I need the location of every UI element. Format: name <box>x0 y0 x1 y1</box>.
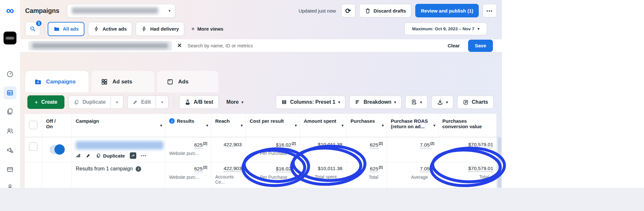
edit-dropdown[interactable]: ▾ <box>156 96 168 109</box>
purchases-value[interactable]: 625 <box>370 142 378 149</box>
summary-reach-value[interactable]: 422,903 <box>224 166 242 172</box>
cost-value[interactable]: $16.02 <box>276 142 291 149</box>
select-all-checkbox[interactable] <box>29 121 37 129</box>
roas-value[interactable]: 7.05 <box>420 142 430 149</box>
remove-filter-icon[interactable]: ✕ <box>177 42 182 49</box>
duplicate-dropdown[interactable]: ▾ <box>111 96 123 109</box>
chevron-down-icon[interactable]: ▾ <box>206 124 208 127</box>
blurred-account-name <box>72 7 158 14</box>
duplicate-button[interactable]: Duplicate <box>69 96 111 109</box>
column-header-amount-spent[interactable]: Amount spent ▾ <box>300 114 347 137</box>
more-actions-button[interactable]: More ▾ <box>223 99 247 105</box>
info-icon[interactable]: i <box>169 118 175 124</box>
breakdown-button[interactable]: Breakdown ▾ <box>349 95 401 109</box>
view-tab-had-delivery[interactable]: Had delivery <box>136 22 184 36</box>
chevron-down-icon: ▾ <box>446 101 448 104</box>
date-range-selector[interactable]: Maximum: Oct 9, 2023 – Nov 7 ▾ <box>404 23 487 35</box>
chevron-down-icon[interactable]: ▾ <box>341 124 343 127</box>
charts-button[interactable]: Charts <box>457 95 494 109</box>
page-background <box>0 188 644 211</box>
summary-cost-value[interactable]: $16.02 <box>276 166 291 172</box>
tab-campaigns[interactable]: Campaigns <box>25 71 89 92</box>
summary-row: Results from 1 campaign i 625[2] Website… <box>24 160 496 188</box>
saved-search-button[interactable]: 1 <box>25 22 40 36</box>
ad-account-selector[interactable]: ▾ <box>67 4 175 18</box>
open-chart-button[interactable] <box>130 152 136 159</box>
reports-button[interactable]: ▾ <box>405 95 428 109</box>
row-duplicate-button[interactable]: Duplicate <box>96 153 125 158</box>
duplicate-split-button: Duplicate ▾ <box>68 95 123 109</box>
chevron-down-icon[interactable]: ▾ <box>382 124 384 127</box>
column-header-campaign[interactable]: Campaign ▾ <box>72 114 165 137</box>
blurred-campaign-name[interactable] <box>76 141 163 149</box>
refresh-icon: ⟳ <box>345 7 351 14</box>
ads-settings-icon[interactable] <box>4 144 16 157</box>
account-overview-icon[interactable] <box>4 68 16 81</box>
user-icon[interactable] <box>4 180 16 188</box>
column-header-reach[interactable]: Reach ▾ <box>211 114 246 137</box>
search-input[interactable] <box>187 43 447 48</box>
column-header-purchase-roas[interactable]: Purchase ROAS (return on ad... ▾ <box>387 114 438 137</box>
summary-conversion-value[interactable]: $70,579.01 <box>468 166 493 172</box>
view-tab-active-ads[interactable]: Active ads <box>88 22 132 36</box>
lightning-icon <box>93 26 100 32</box>
edit-pencil-icon[interactable] <box>86 153 91 158</box>
audiences-icon[interactable] <box>4 124 16 137</box>
chevron-down-icon[interactable]: ▾ <box>433 124 435 127</box>
info-icon[interactable]: i <box>136 166 141 172</box>
view-charts-icon[interactable] <box>76 153 81 158</box>
summary-results-cell: 625[2] Website purc... <box>165 160 211 188</box>
chevron-down-icon[interactable]: ▾ <box>295 124 297 127</box>
view-tab-all-ads[interactable]: All ads <box>48 22 84 36</box>
business-portfolio-avatar[interactable] <box>4 32 16 44</box>
tab-ads[interactable]: Ads <box>157 71 218 92</box>
row-more-button[interactable]: ••• <box>141 154 147 158</box>
left-nav-rail: ∞ <box>0 0 20 188</box>
summary-roas-value[interactable]: 7.05 <box>420 166 430 172</box>
search-filter-bar: ✕ Clear Save <box>20 39 502 52</box>
export-button[interactable]: ▾ <box>431 95 454 109</box>
results-value[interactable]: 625 <box>194 142 203 149</box>
summary-results-value[interactable]: 625 <box>194 166 203 172</box>
conversion-value-cell: $70,579.01 <box>438 137 497 162</box>
ads-frame-icon <box>166 78 174 86</box>
reporting-pages-icon[interactable] <box>4 105 16 118</box>
pencil-icon <box>132 99 138 105</box>
summary-purchases-value[interactable]: 625 <box>370 166 378 172</box>
conversion-value[interactable]: $70,579.01 <box>468 142 493 148</box>
edit-split-button: Edit ▾ <box>127 95 168 109</box>
chevron-down-icon: ▾ <box>168 9 170 13</box>
row-checkbox[interactable] <box>29 142 37 151</box>
save-filter-button[interactable]: Save <box>468 40 493 52</box>
table-scrollbar[interactable] <box>498 137 501 188</box>
chevron-down-icon: ▾ <box>478 27 480 31</box>
search-filter-count-badge: 1 <box>35 20 42 27</box>
summary-purchases-cell: 625[2] Total <box>347 160 387 188</box>
chevron-down-icon[interactable]: ▾ <box>241 124 243 127</box>
more-menu-button[interactable]: ••• <box>483 4 497 17</box>
ellipsis-icon: ••• <box>486 8 493 13</box>
campaigns-table-icon[interactable] <box>4 86 16 99</box>
meta-logo-icon[interactable]: ∞ <box>4 4 16 17</box>
review-and-publish-button[interactable]: Review and publish (1) <box>415 4 479 17</box>
clear-filters-button[interactable]: Clear <box>447 43 460 48</box>
column-header-conversion-value: Purchases conversion value <box>438 114 497 137</box>
more-views-button[interactable]: + More views <box>188 26 226 32</box>
column-header-results[interactable]: i Results ▾ <box>165 114 211 137</box>
column-header-toggle: Off / On <box>42 114 72 137</box>
create-button[interactable]: + Create <box>27 95 64 109</box>
column-header-purchases[interactable]: Purchases ▾ <box>347 114 387 137</box>
active-filter-chip[interactable] <box>28 41 172 51</box>
columns-preset-button[interactable]: Columns: Preset 1 ▾ <box>276 95 345 109</box>
breakdown-icon <box>355 99 360 105</box>
trash-icon <box>365 8 371 14</box>
tab-ad-sets[interactable]: Ad sets <box>91 71 154 92</box>
chevron-down-icon[interactable]: ▾ <box>160 124 162 127</box>
ab-test-button[interactable]: A/B test <box>179 95 218 109</box>
campaign-on-off-toggle[interactable] <box>50 145 64 154</box>
edit-button[interactable]: Edit <box>128 96 156 109</box>
discard-drafts-button[interactable]: Discard drafts <box>359 4 412 17</box>
refresh-button[interactable]: ⟳ <box>341 4 355 17</box>
column-header-cost-per-result[interactable]: Cost per result ▾ <box>246 114 300 137</box>
billing-icon[interactable] <box>4 163 16 176</box>
